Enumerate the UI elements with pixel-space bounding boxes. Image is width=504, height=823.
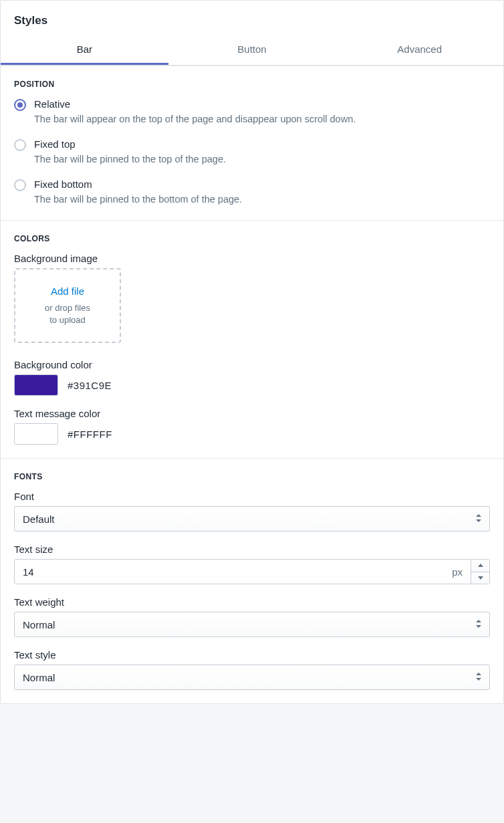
position-radio-group: Relative The bar will appear on the top … xyxy=(14,98,490,207)
bg-image-dropzone[interactable]: Add file or drop files to upload xyxy=(14,268,121,343)
radio-relative[interactable] xyxy=(14,99,26,111)
text-size-input[interactable]: 14 px xyxy=(14,559,471,584)
dropzone-hint-line1: or drop files xyxy=(45,303,90,313)
text-size-value: 14 xyxy=(23,566,34,578)
text-size-field: Text size 14 px xyxy=(14,544,490,584)
section-position: POSITION Relative The bar will appear on… xyxy=(1,66,503,220)
font-label: Font xyxy=(14,491,490,502)
radio-label-fixed-top[interactable]: Fixed top xyxy=(34,138,226,150)
text-size-unit: px xyxy=(452,566,463,578)
radio-fixed-bottom[interactable] xyxy=(14,179,26,191)
font-select-value: Default xyxy=(23,513,55,525)
radio-desc-fixed-top: The bar will be pinned to the top of the… xyxy=(34,152,226,166)
text-weight-value: Normal xyxy=(23,619,55,630)
radio-desc-relative: The bar will appear on the top of the pa… xyxy=(34,112,356,126)
panel-title: Styles xyxy=(1,1,503,34)
tabs-row: Bar Button Advanced xyxy=(1,34,503,66)
font-field: Font Default xyxy=(14,491,490,532)
text-size-stepper xyxy=(471,559,490,584)
bg-color-label: Background color xyxy=(14,359,490,370)
stepper-up-button[interactable] xyxy=(471,560,489,572)
text-size-row: 14 px xyxy=(14,559,490,584)
dropzone-hint-line2: to upload xyxy=(49,315,86,325)
section-title-fonts: FONTS xyxy=(14,472,490,481)
text-weight-field: Text weight Normal xyxy=(14,596,490,637)
radio-item-fixed-bottom: Fixed bottom The bar will be pinned to t… xyxy=(14,179,490,207)
radio-body: Fixed top The bar will be pinned to the … xyxy=(34,138,226,166)
select-caret-icon xyxy=(476,514,481,523)
bg-color-value: #391C9E xyxy=(68,380,112,391)
select-caret-icon xyxy=(476,620,481,629)
radio-fixed-top[interactable] xyxy=(14,139,26,151)
bg-color-swatch[interactable] xyxy=(14,374,58,396)
section-fonts: FONTS Font Default Text size 14 px xyxy=(1,458,503,703)
text-size-label: Text size xyxy=(14,544,490,555)
text-weight-label: Text weight xyxy=(14,596,490,608)
text-style-value: Normal xyxy=(23,672,55,683)
tab-button[interactable]: Button xyxy=(168,34,336,65)
text-style-label: Text style xyxy=(14,649,490,661)
radio-desc-fixed-bottom: The bar will be pinned to the bottom of … xyxy=(34,193,242,207)
text-style-field: Text style Normal xyxy=(14,649,490,690)
text-color-swatch[interactable] xyxy=(14,423,58,445)
styles-panel: Styles Bar Button Advanced POSITION Rela… xyxy=(0,0,504,704)
text-color-label: Text message color xyxy=(14,408,490,419)
text-weight-select[interactable]: Normal xyxy=(14,612,490,637)
radio-item-relative: Relative The bar will appear on the top … xyxy=(14,98,490,126)
section-title-colors: COLORS xyxy=(14,234,490,243)
add-file-link[interactable]: Add file xyxy=(22,285,113,297)
text-style-select[interactable]: Normal xyxy=(14,665,490,690)
section-colors: COLORS Background image Add file or drop… xyxy=(1,220,503,458)
dropzone-hint: or drop files to upload xyxy=(22,302,113,326)
tab-advanced[interactable]: Advanced xyxy=(336,34,503,65)
radio-label-relative[interactable]: Relative xyxy=(34,98,356,110)
radio-body: Relative The bar will appear on the top … xyxy=(34,98,356,126)
text-color-row: #FFFFFF xyxy=(14,423,490,445)
text-color-value: #FFFFFF xyxy=(68,429,112,440)
radio-label-fixed-bottom[interactable]: Fixed bottom xyxy=(34,179,242,190)
font-select[interactable]: Default xyxy=(14,506,490,532)
select-caret-icon xyxy=(476,673,481,682)
tab-bar[interactable]: Bar xyxy=(1,34,168,65)
bg-color-row: #391C9E xyxy=(14,374,490,396)
bg-image-label: Background image xyxy=(14,253,490,264)
radio-body: Fixed bottom The bar will be pinned to t… xyxy=(34,179,242,207)
radio-item-fixed-top: Fixed top The bar will be pinned to the … xyxy=(14,138,490,166)
section-title-position: POSITION xyxy=(14,80,490,89)
stepper-down-button[interactable] xyxy=(471,572,489,584)
